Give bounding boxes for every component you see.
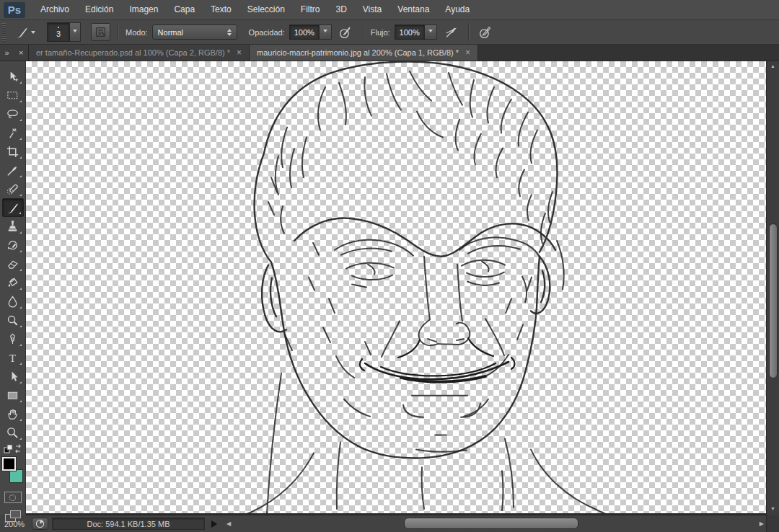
menu-archivo[interactable]: Archivo <box>32 0 77 19</box>
pie-chart-icon <box>35 519 45 528</box>
status-menu-arrow-icon[interactable] <box>211 520 221 528</box>
rectangle-tool[interactable] <box>2 386 24 404</box>
menu-filtro[interactable]: Filtro <box>293 0 328 19</box>
flow-dropdown-button[interactable] <box>425 25 437 40</box>
type-tool-icon: T <box>6 351 19 365</box>
airbrush-icon <box>444 25 459 40</box>
eraser-tool-icon <box>6 257 19 271</box>
divider <box>363 23 364 41</box>
opacity-value[interactable]: 100% <box>289 25 320 40</box>
scroll-down-icon[interactable]: ▼ <box>767 505 779 513</box>
document-tab-label: mauricio-macri-patrimonio.jpg al 200% (C… <box>257 48 459 57</box>
chevron-down-icon <box>73 30 77 35</box>
healing-brush-tool-icon <box>6 182 19 196</box>
dodge-tool[interactable] <box>2 311 24 329</box>
pen-tool[interactable] <box>2 329 24 348</box>
close-dock-icon[interactable]: × <box>19 48 23 57</box>
active-tool-preset-button[interactable] <box>12 24 38 41</box>
scrollbar-corner <box>766 515 779 532</box>
pressure-size-button[interactable] <box>476 23 496 41</box>
photoshop-logo: Ps <box>4 2 25 18</box>
crop-tool[interactable] <box>2 142 24 161</box>
clone-stamp-tool-icon <box>6 220 19 234</box>
document-tab-label: er tamaño-Recuperado.psd al 100% (Capa 2… <box>36 48 230 57</box>
toggle-brush-panel-button[interactable] <box>91 23 110 41</box>
scroll-left-icon[interactable]: ◀ <box>226 515 231 532</box>
quick-mask-icon <box>9 495 16 501</box>
brush-tool[interactable] <box>2 198 24 217</box>
marquee-tool[interactable] <box>2 86 24 105</box>
horizontal-scrollbar[interactable]: ◀ ▶ <box>224 515 766 532</box>
document-tab-2[interactable]: mauricio-macri-patrimonio.jpg al 200% (C… <box>250 45 478 61</box>
hand-tool[interactable] <box>2 404 24 423</box>
document-tab-1[interactable]: er tamaño-Recuperado.psd al 100% (Capa 2… <box>29 45 250 61</box>
magic-wand-tool[interactable] <box>2 123 24 142</box>
menu-capa[interactable]: Capa <box>166 0 203 19</box>
status-options-button[interactable] <box>32 518 48 530</box>
flow-label: Flujo: <box>371 28 390 37</box>
divider <box>468 23 469 41</box>
healing-brush-tool[interactable] <box>2 179 24 198</box>
quick-mask-button[interactable] <box>4 492 22 503</box>
document-tab-bar: » × er tamaño-Recuperado.psd al 100% (Ca… <box>0 45 779 61</box>
paint-bucket-tool[interactable] <box>2 273 24 292</box>
opacity-group: 100% <box>289 25 332 40</box>
scroll-right-icon[interactable]: ▶ <box>760 515 764 532</box>
menu-vista[interactable]: Vista <box>355 0 390 19</box>
flow-group: 100% <box>395 25 437 40</box>
move-tool[interactable] <box>2 67 24 86</box>
brush-size-dropdown-button[interactable] <box>70 22 81 42</box>
tab-close-icon[interactable]: × <box>465 48 470 57</box>
collapse-dock-icon[interactable]: » <box>5 48 9 57</box>
tab-close-icon[interactable]: × <box>237 48 242 57</box>
hand-tool-icon <box>6 407 19 421</box>
menu-imagen[interactable]: Imagen <box>121 0 166 19</box>
type-tool[interactable]: T <box>2 348 24 367</box>
horizontal-scrollbar-thumb[interactable] <box>404 518 578 529</box>
clone-stamp-tool[interactable] <box>2 217 24 236</box>
rectangle-tool-icon <box>6 389 19 402</box>
flow-value[interactable]: 100% <box>395 25 425 40</box>
blend-mode-select[interactable]: Normal <box>152 25 237 40</box>
foreground-color-swatch[interactable] <box>2 457 16 471</box>
crop-tool-icon <box>6 145 19 159</box>
airbrush-button[interactable] <box>441 23 461 41</box>
scroll-up-icon[interactable]: ▲ <box>767 63 779 70</box>
lasso-tool-icon <box>6 107 19 121</box>
menu-texto[interactable]: Texto <box>203 0 239 19</box>
menu-3d[interactable]: 3D <box>327 0 354 19</box>
screen-mode-button[interactable] <box>5 510 21 522</box>
background-color-swatch[interactable] <box>9 469 23 483</box>
brush-size-value: 3 <box>56 30 61 38</box>
blur-tool-icon <box>6 295 19 309</box>
swap-colors-icon <box>4 443 22 455</box>
lasso-tool[interactable] <box>2 105 24 123</box>
menu-ventana[interactable]: Ventana <box>390 0 437 19</box>
brush-panel-icon <box>94 26 107 38</box>
eraser-tool[interactable] <box>2 254 24 273</box>
brush-tool-icon <box>6 201 19 215</box>
menu-edici-n[interactable]: Edición <box>77 0 121 19</box>
vertical-scrollbar-thumb[interactable] <box>769 223 778 378</box>
status-bar: 200% Doc: 594.1 KB/1.35 MB ◀ ▶ <box>0 515 779 532</box>
history-brush-tool[interactable] <box>2 236 24 254</box>
blur-tool[interactable] <box>2 292 24 311</box>
zoom-tool[interactable] <box>2 423 24 442</box>
swap-colors-button[interactable] <box>2 443 24 455</box>
document-canvas[interactable] <box>26 61 766 515</box>
options-bar-grip[interactable] <box>1 23 6 42</box>
pen-tool-icon <box>6 332 19 346</box>
chevron-down-icon <box>428 30 433 35</box>
pressure-opacity-button[interactable] <box>336 23 356 41</box>
menu-selecci-n[interactable]: Selección <box>239 0 293 19</box>
path-selection-tool-icon <box>6 370 19 384</box>
brush-size-preview[interactable]: 3 <box>47 22 70 42</box>
workspace: T <box>0 61 779 515</box>
document-tabs: er tamaño-Recuperado.psd al 100% (Capa 2… <box>29 45 478 61</box>
vertical-scrollbar[interactable]: ▲ ▼ <box>766 61 779 515</box>
path-selection-tool[interactable] <box>2 367 24 386</box>
move-tool-icon <box>6 70 19 84</box>
opacity-dropdown-button[interactable] <box>320 25 332 40</box>
eyedropper-tool[interactable] <box>2 161 24 179</box>
menu-ayuda[interactable]: Ayuda <box>437 0 477 19</box>
